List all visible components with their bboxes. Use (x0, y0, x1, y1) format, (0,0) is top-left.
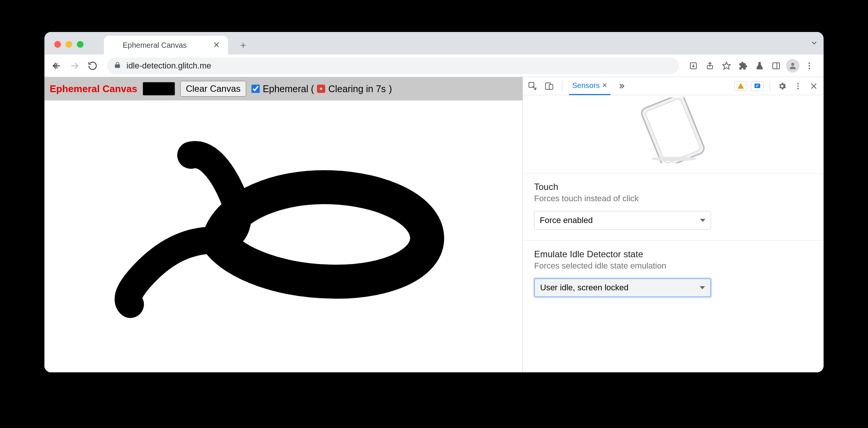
idle-title: Emulate Idle Detector state (534, 249, 812, 260)
idle-select-value: User idle, screen locked (540, 283, 629, 293)
ephemeral-label-prefix: Ephemeral ( (263, 83, 314, 94)
issues-info-badge[interactable] (751, 81, 764, 91)
chevron-down-icon (700, 286, 705, 289)
tab-strip: Ephemeral Canvas ✕ ＋ (44, 32, 824, 55)
svg-marker-6 (723, 62, 730, 69)
tab-favicon (110, 41, 118, 49)
back-button[interactable] (49, 58, 64, 73)
idle-section: Emulate Idle Detector state Forces selec… (523, 240, 824, 308)
devtools-body: Touch Forces touch instead of click Forc… (523, 95, 824, 372)
reload-button[interactable] (85, 58, 100, 73)
drawing-canvas[interactable] (44, 100, 522, 372)
profile-button[interactable] (785, 58, 800, 73)
close-tab-icon[interactable]: ✕ (602, 81, 608, 90)
page-title: Ephemeral Canvas (50, 83, 137, 95)
inspect-element-icon[interactable] (527, 80, 539, 92)
chevron-down-icon (700, 219, 705, 222)
devtools-settings-icon[interactable] (776, 80, 788, 92)
forward-button[interactable] (67, 58, 82, 73)
devtools-close-icon[interactable] (808, 80, 820, 92)
ephemeral-toggle[interactable]: Ephemeral ( ✦ Clearing in 7s ) (251, 83, 392, 94)
device-toolbar-icon[interactable] (543, 80, 555, 92)
svg-point-19 (797, 88, 799, 89)
devtools-panel: Sensors ✕ (522, 77, 824, 372)
devtools-more-icon[interactable] (792, 80, 804, 92)
devtools-tab-sensors[interactable]: Sensors ✕ (569, 77, 611, 95)
svg-rect-15 (549, 84, 553, 89)
touch-section: Touch Forces touch instead of click Forc… (523, 173, 824, 240)
menu-button[interactable] (802, 58, 817, 73)
color-picker[interactable] (143, 82, 175, 96)
content-area: Ephemeral Canvas Clear Canvas Ephemeral … (44, 77, 824, 372)
ephemeral-countdown: Clearing in 7s (328, 83, 386, 94)
touch-select-value: Force enabled (540, 216, 593, 225)
svg-point-17 (797, 83, 799, 84)
idle-select[interactable]: User idle, screen locked (534, 278, 711, 297)
tab-close-button[interactable]: ✕ (211, 40, 222, 50)
browser-window: Ephemeral Canvas ✕ ＋ idle-detection.glit… (44, 32, 824, 372)
clear-canvas-button[interactable]: Clear Canvas (180, 81, 246, 97)
url-text: idle-detection.glitch.me (126, 61, 211, 71)
address-bar[interactable]: idle-detection.glitch.me (107, 58, 679, 74)
toolbar-actions (686, 58, 819, 73)
touch-subtitle: Forces touch instead of click (534, 194, 812, 203)
page-viewport: Ephemeral Canvas Clear Canvas Ephemeral … (44, 77, 522, 372)
svg-rect-16 (755, 83, 760, 88)
browser-toolbar: idle-detection.glitch.me (44, 55, 824, 77)
svg-point-18 (797, 85, 799, 87)
tab-search-button[interactable] (810, 39, 818, 49)
more-tabs-icon[interactable] (615, 80, 627, 92)
app-toolbar: Ephemeral Canvas Clear Canvas Ephemeral … (44, 77, 522, 100)
svg-point-9 (791, 63, 794, 66)
install-app-icon[interactable] (686, 58, 701, 73)
svg-point-12 (809, 68, 810, 69)
ephemeral-label-suffix: ) (389, 83, 392, 94)
window-maximize-button[interactable] (77, 41, 84, 48)
window-minimize-button[interactable] (65, 41, 72, 48)
tab-title: Ephemeral Canvas (123, 41, 211, 50)
extensions-icon[interactable] (736, 58, 751, 73)
alarm-icon: ✦ (317, 85, 325, 93)
ephemeral-checkbox[interactable] (251, 85, 260, 93)
svg-rect-7 (773, 63, 780, 69)
devtools-tabbar: Sensors ✕ (523, 77, 824, 95)
svg-point-24 (651, 157, 697, 161)
window-close-button[interactable] (54, 41, 61, 48)
devtools-tab-label: Sensors (572, 81, 600, 90)
share-icon[interactable] (702, 58, 717, 73)
labs-icon[interactable] (752, 58, 767, 73)
side-panel-icon[interactable] (769, 58, 784, 73)
bookmark-star-icon[interactable] (719, 58, 734, 73)
window-controls (50, 41, 89, 55)
idle-subtitle: Forces selected idle state emulation (534, 261, 812, 271)
lock-icon (114, 61, 121, 70)
orientation-preview (523, 95, 824, 173)
issues-warning-badge[interactable] (734, 81, 747, 91)
touch-select[interactable]: Force enabled (534, 211, 711, 230)
touch-title: Touch (534, 182, 812, 192)
svg-point-11 (809, 65, 810, 67)
svg-point-10 (809, 62, 810, 64)
browser-tab[interactable]: Ephemeral Canvas ✕ (104, 36, 228, 55)
new-tab-button[interactable]: ＋ (236, 37, 251, 52)
